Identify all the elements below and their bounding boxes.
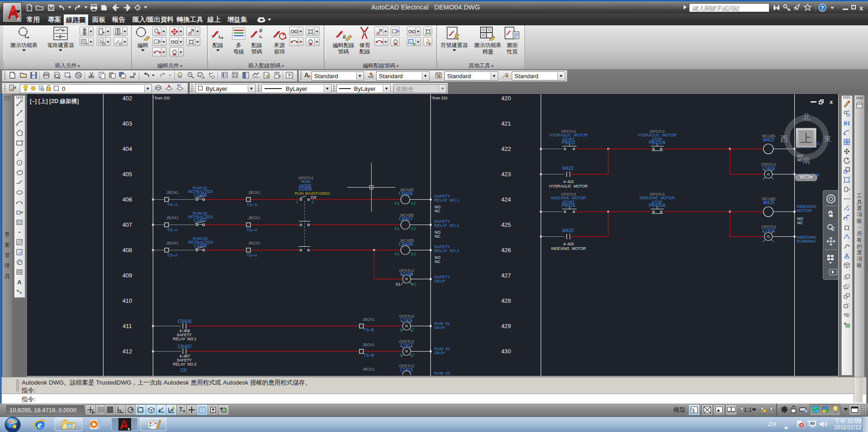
- svg-text:425: 425: [501, 221, 511, 228]
- svg-text:G: G: [767, 172, 769, 176]
- svg-text:1: 1: [400, 327, 402, 332]
- svg-text:2: 2: [412, 327, 414, 332]
- svg-text:OX: OX: [311, 195, 316, 200]
- svg-text:411: 411: [123, 323, 132, 329]
- svg-text:TS–A: TS–A: [167, 202, 178, 207]
- svg-text:JBOX1: JBOX1: [166, 190, 179, 195]
- svg-text:K2: K2: [411, 226, 416, 231]
- svg-text:RAM 03: RAM 03: [434, 371, 450, 376]
- svg-text:?: ?: [288, 73, 291, 78]
- svg-text:412: 412: [123, 348, 132, 355]
- svg-text:PB422A: PB422A: [649, 140, 665, 145]
- svg-text:4–425: 4–425: [563, 242, 574, 246]
- svg-text:410: 410: [123, 297, 132, 304]
- svg-text:409: 409: [123, 272, 132, 279]
- svg-text:1: 1: [400, 352, 402, 357]
- svg-text:4–422: 4–422: [563, 179, 574, 184]
- svg-text:428: 428: [501, 297, 511, 304]
- svg-text:MOTOR: MOTOR: [797, 208, 812, 213]
- svg-text:K2: K2: [411, 252, 416, 256]
- svg-text:421: 421: [501, 120, 511, 127]
- svg-text:7: 7: [152, 96, 154, 99]
- svg-text:E: E: [128, 427, 131, 431]
- svg-text:420: 420: [501, 95, 511, 102]
- svg-text:OKAY: OKAY: [434, 351, 445, 355]
- svg-text:#: #: [343, 33, 346, 40]
- svg-text:12: 12: [188, 32, 192, 36]
- svg-text:MAINTAINED: MAINTAINED: [305, 191, 330, 196]
- svg-text:JBOX1: JBOX1: [248, 190, 260, 195]
- svg-text:NC: NC: [435, 209, 440, 213]
- svg-text:CR406: CR406: [178, 319, 192, 324]
- svg-text:M425: M425: [763, 200, 774, 205]
- svg-text:X2: X2: [411, 282, 416, 286]
- svg-text:404: 404: [123, 146, 132, 152]
- svg-text:PB425A: PB425A: [649, 203, 665, 208]
- svg-text:R: R: [406, 324, 408, 328]
- svg-text:TS–A: TS–A: [167, 253, 178, 258]
- svg-text:407: 407: [123, 221, 132, 228]
- svg-text:PB422: PB422: [561, 140, 575, 145]
- svg-text:2: 2: [412, 352, 414, 357]
- svg-text:LT413: LT413: [401, 367, 413, 372]
- svg-text:RUNNING: RUNNING: [797, 239, 816, 244]
- svg-text:JBOX1: JBOX1: [166, 241, 179, 245]
- svg-text:402: 402: [123, 95, 132, 102]
- svg-text:JBOX1: JBOX1: [363, 317, 375, 322]
- svg-text:K1: K1: [395, 252, 400, 256]
- svg-text:M425: M425: [562, 228, 574, 233]
- svg-text:LS408: LS408: [194, 243, 207, 248]
- svg-text:LT426: LT426: [763, 228, 775, 233]
- svg-text:RELAY NO.2: RELAY NO.2: [434, 223, 459, 228]
- svg-text:TS–A: TS–A: [247, 202, 258, 207]
- svg-text:#: #: [259, 27, 263, 34]
- svg-text:RELAY NO.1: RELAY NO.1: [173, 337, 197, 341]
- svg-text:JBOX1: JBOX1: [363, 343, 375, 347]
- svg-text:NC: NC: [435, 234, 440, 239]
- svg-text:RUN: RUN: [295, 191, 304, 196]
- svg-text:TS–B: TS–B: [363, 327, 374, 332]
- svg-text:423: 423: [501, 171, 511, 178]
- svg-text:12: 12: [376, 32, 380, 36]
- svg-text:CR407: CR407: [399, 216, 413, 221]
- svg-text:LT411: LT411: [401, 318, 413, 323]
- svg-text:408: 408: [123, 247, 132, 254]
- svg-text:K1: K1: [395, 201, 400, 206]
- svg-text:?: ?: [821, 5, 824, 11]
- svg-text:7: 7: [430, 96, 432, 99]
- svg-text:403: 403: [123, 120, 132, 127]
- svg-text:LS407: LS407: [194, 218, 207, 223]
- svg-text:406: 406: [123, 196, 132, 203]
- svg-text:422: 422: [501, 146, 511, 152]
- svg-text:INDEXING MOTOR: INDEXING MOTOR: [551, 246, 586, 251]
- svg-text:CR407: CR407: [178, 344, 192, 349]
- svg-text:HYDRAULIC MOTOR: HYDRAULIC MOTOR: [549, 184, 588, 188]
- svg-text:426: 426: [501, 247, 511, 254]
- svg-text:JBOX1: JBOX1: [166, 216, 179, 220]
- svg-text:LT409: LT409: [401, 272, 413, 277]
- svg-text:427: 427: [501, 272, 511, 279]
- svg-text:K2: K2: [411, 201, 416, 206]
- svg-text:G: G: [767, 235, 769, 239]
- svg-text:CR408: CR408: [399, 242, 413, 247]
- svg-text:RELAY NO.3: RELAY NO.3: [434, 249, 459, 253]
- svg-text:405: 405: [123, 171, 132, 178]
- svg-text:1: 1: [296, 200, 298, 204]
- svg-text:LS406: LS406: [194, 193, 207, 197]
- svg-text:M422: M422: [562, 166, 574, 171]
- svg-text:RELAY NO.1: RELAY NO.1: [434, 198, 459, 202]
- svg-text:TS–A: TS–A: [167, 227, 178, 232]
- svg-text:ABC: ABC: [844, 313, 850, 316]
- svg-text:X1: X1: [396, 282, 401, 286]
- svg-text:424: 424: [501, 196, 511, 203]
- svg-text:2: 2: [311, 200, 314, 204]
- svg-text:LT412: LT412: [401, 343, 413, 348]
- svg-text:R: R: [406, 277, 408, 281]
- svg-text:TS–B: TS–B: [363, 352, 374, 357]
- svg-text:NC: NC: [435, 259, 440, 264]
- svg-text:TS–A: TS–A: [247, 227, 258, 232]
- svg-text:from 332: from 332: [155, 96, 170, 100]
- svg-text:430: 430: [501, 348, 511, 355]
- svg-text:LT423: LT423: [763, 166, 775, 171]
- svg-text:TS–A: TS–A: [247, 253, 258, 258]
